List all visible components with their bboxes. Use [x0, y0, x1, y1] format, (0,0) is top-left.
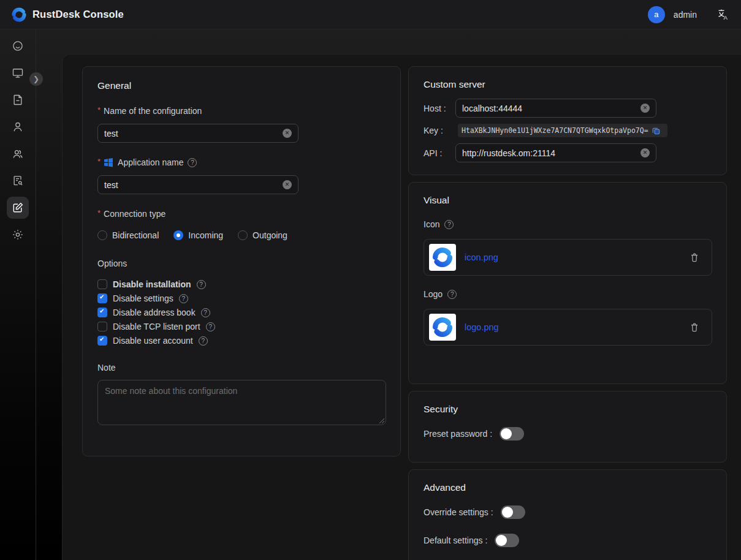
config-name-label: * Name of the configuration — [97, 106, 386, 116]
monitor-icon — [12, 67, 24, 79]
gear-icon — [12, 229, 24, 241]
svg-text:A: A — [723, 14, 728, 21]
sidebar-item-dashboard[interactable] — [7, 35, 29, 57]
api-label: API : — [424, 148, 455, 158]
sidebar-item-custom-clients[interactable] — [7, 197, 29, 219]
checkbox-disable-tcp-listen-port[interactable]: Disable TCP listen port ? — [97, 322, 386, 331]
help-icon[interactable]: ? — [199, 336, 208, 346]
main-area: ❯ General * Name of the configuration ✕ … — [0, 29, 741, 560]
clear-icon[interactable]: ✕ — [283, 129, 292, 138]
logo-label: Logo ? — [424, 289, 712, 299]
document-icon — [12, 94, 24, 106]
sidebar-item-settings[interactable] — [7, 224, 29, 246]
checkbox-icon — [97, 293, 107, 303]
help-icon[interactable]: ? — [179, 294, 188, 303]
general-panel: General * Name of the configuration ✕ * … — [82, 66, 401, 456]
host-label: Host : — [424, 104, 455, 113]
key-label: Key : — [424, 126, 455, 135]
edit-icon — [12, 202, 24, 214]
content-card: General * Name of the configuration ✕ * … — [62, 54, 741, 560]
required-asterisk: * — [97, 157, 101, 166]
security-panel: Security Preset password : — [408, 391, 727, 463]
radio-bidirectional[interactable]: Bidirectional — [97, 230, 159, 240]
radio-icon — [173, 230, 183, 240]
note-field — [97, 380, 386, 425]
security-title: Security — [424, 404, 712, 415]
checkbox-disable-address-book[interactable]: Disable address book ? — [97, 308, 386, 317]
required-asterisk: * — [97, 105, 101, 115]
smiley-icon — [12, 40, 24, 52]
sidebar-item-devices[interactable] — [7, 62, 29, 84]
help-icon[interactable]: ? — [206, 322, 215, 331]
help-icon[interactable]: ? — [201, 308, 210, 317]
app-name-label: * Application name ? — [97, 157, 386, 167]
custom-server-panel: Custom server Host : ✕ Key : HtaXBkJNHyn… — [408, 66, 727, 175]
api-field: ✕ — [455, 143, 656, 162]
sidebar-collapse-button[interactable]: ❯ — [29, 72, 43, 86]
logo-file-link[interactable]: logo.png — [465, 322, 499, 332]
sidebar-item-groups[interactable] — [7, 143, 29, 165]
trash-icon[interactable] — [690, 252, 699, 263]
advanced-title: Advanced — [424, 482, 712, 493]
app-name-field: ✕ — [97, 175, 298, 194]
help-icon[interactable]: ? — [447, 290, 457, 299]
user-icon — [12, 121, 24, 133]
app-title: RustDesk Console — [32, 9, 124, 20]
clear-icon[interactable]: ✕ — [640, 148, 650, 157]
icon-file-link[interactable]: icon.png — [465, 252, 498, 262]
override-settings-label: Override settings : — [424, 507, 493, 517]
config-name-field: ✕ — [97, 124, 298, 143]
icon-label: Icon ? — [424, 219, 712, 229]
clear-icon[interactable]: ✕ — [640, 104, 650, 113]
radio-outgoing[interactable]: Outgoing — [238, 230, 287, 240]
chevron-right-icon: ❯ — [33, 75, 39, 83]
username[interactable]: admin — [674, 10, 697, 20]
default-settings-label: Default settings : — [424, 535, 487, 545]
host-field: ✕ — [455, 99, 656, 118]
help-icon[interactable]: ? — [188, 158, 197, 167]
preset-password-label: Preset password : — [424, 429, 492, 439]
connection-type-group: Bidirectional Incoming Outgoing — [97, 230, 386, 240]
config-name-input[interactable] — [104, 129, 283, 138]
brand: RustDesk Console — [11, 7, 124, 23]
advanced-panel: Advanced Override settings : Default set… — [408, 469, 727, 560]
sidebar-item-audit[interactable] — [7, 89, 29, 111]
note-textarea[interactable] — [105, 386, 379, 419]
checkbox-disable-user-account[interactable]: Disable user account ? — [97, 336, 386, 346]
checkbox-icon — [97, 322, 107, 331]
visual-panel: Visual Icon ? icon.png — [408, 182, 727, 384]
radio-incoming[interactable]: Incoming — [173, 230, 223, 240]
checkbox-icon — [97, 279, 107, 289]
sidebar-item-users[interactable] — [7, 116, 29, 138]
key-value: HtaXBkJNHyn0e1U1jWXze7A7CN7QTGWqxkOtpaVp… — [462, 126, 648, 135]
app-header: RustDesk Console a admin A — [0, 0, 741, 29]
users-icon — [12, 148, 24, 160]
note-label: Note — [97, 363, 386, 373]
options-label: Options — [97, 259, 386, 268]
host-input[interactable] — [462, 104, 640, 113]
icon-upload-row: icon.png — [424, 239, 712, 276]
icon-thumbnail — [429, 244, 456, 271]
trash-icon[interactable] — [690, 322, 699, 333]
help-icon[interactable]: ? — [444, 220, 454, 229]
preset-password-toggle[interactable] — [500, 427, 524, 441]
required-asterisk: * — [97, 208, 101, 218]
checkbox-icon — [97, 336, 107, 346]
avatar[interactable]: a — [648, 6, 665, 23]
document-search-icon — [12, 175, 24, 187]
default-settings-toggle[interactable] — [495, 534, 519, 547]
windows-icon — [104, 157, 113, 167]
checkbox-disable-settings[interactable]: Disable settings ? — [97, 293, 386, 303]
copy-icon[interactable] — [652, 127, 660, 135]
help-icon[interactable]: ? — [197, 280, 206, 289]
api-input[interactable] — [462, 148, 640, 158]
clear-icon[interactable]: ✕ — [283, 180, 292, 189]
app-name-input[interactable] — [104, 180, 283, 190]
logo-upload-row: logo.png — [424, 309, 712, 346]
checkbox-disable-installation[interactable]: Disable installation ? — [97, 279, 386, 289]
connection-type-label: * Connection type — [97, 209, 386, 219]
resize-grip-icon[interactable] — [378, 417, 384, 423]
translate-icon[interactable]: A — [715, 7, 730, 22]
sidebar-item-logs[interactable] — [7, 170, 29, 192]
override-settings-toggle[interactable] — [501, 505, 525, 519]
